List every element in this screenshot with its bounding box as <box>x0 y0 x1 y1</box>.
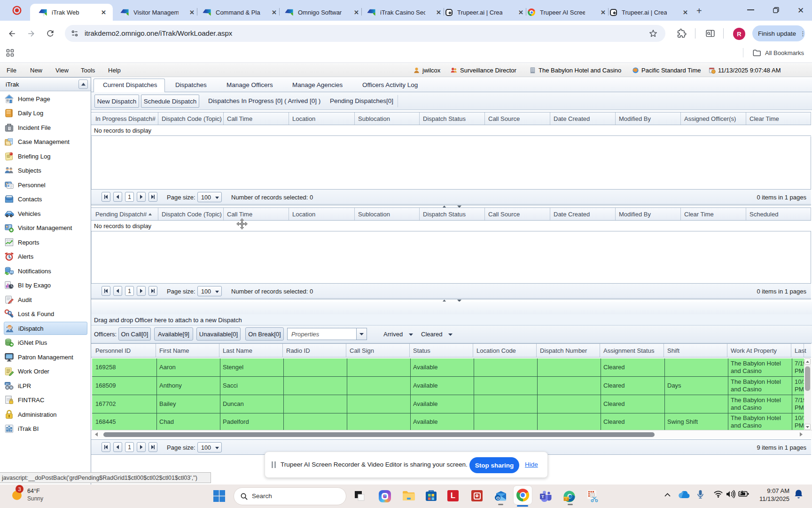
svg-text:O: O <box>496 495 500 500</box>
svg-text:ABC: ABC <box>6 382 10 385</box>
svg-text:T: T <box>541 494 544 499</box>
